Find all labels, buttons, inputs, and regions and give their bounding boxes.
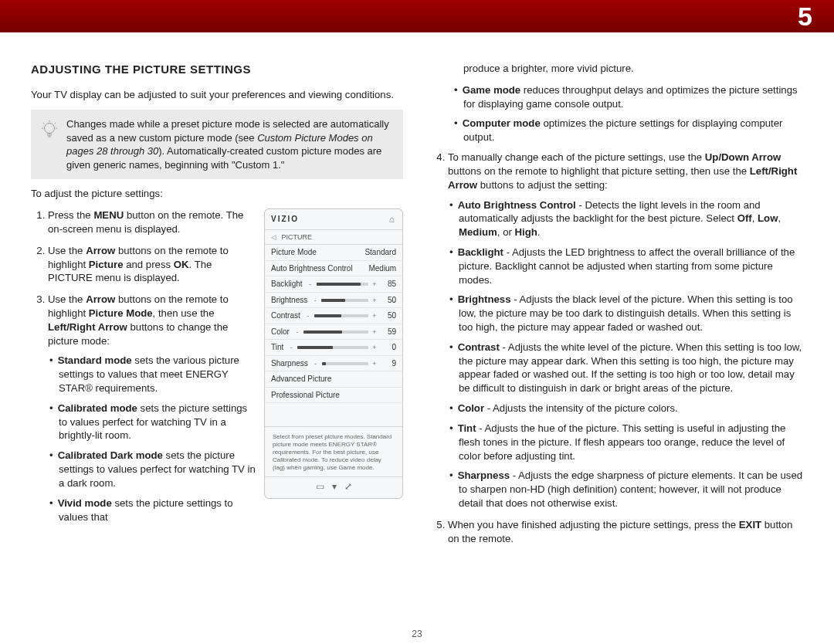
lightbulb-icon: [40, 119, 59, 171]
setting-contrast: Contrast - Adjusts the white level of th…: [459, 341, 803, 395]
setting-backlight: Backlight - Adjusts the LED brightness t…: [459, 246, 803, 286]
setting-sharpness: Sharpness - Adjusts the edge sharpness o…: [459, 469, 803, 510]
menu-row-professional: Professional Picture: [265, 388, 402, 404]
expand-icon: ⤢: [344, 480, 352, 493]
mode-vivid: Vivid mode sets the picture settings to …: [59, 497, 403, 524]
note-box: Changes made while a preset picture mode…: [31, 110, 403, 179]
page-number: 23: [0, 629, 834, 639]
chapter-header: 5: [0, 0, 834, 32]
note-text: Changes made while a preset picture mode…: [66, 117, 394, 171]
menu-row-backlight: Backlight -+ 85: [265, 276, 402, 293]
menu-breadcrumb: ◁ PICTURE: [265, 229, 402, 245]
page-body: ADJUSTING THE PICTURE SETTINGS Your TV d…: [0, 32, 834, 553]
mode-game: Game mode reduces throughput delays and …: [463, 83, 803, 111]
menu-footer-icons: ▭ ▾ ⤢: [265, 476, 402, 497]
menu-row-picture-mode: Picture Mode Standard: [265, 245, 402, 261]
svg-point-0: [45, 124, 55, 134]
left-column: ADJUSTING THE PICTURE SETTINGS Your TV d…: [31, 62, 403, 553]
home-icon: ⌂: [389, 213, 396, 225]
menu-row-auto-brightness: Auto Brightness Control Medium: [265, 261, 402, 277]
menu-brand: VIZIO: [271, 214, 299, 225]
menu-row-contrast: Contrast -+ 50: [265, 308, 402, 324]
intro-paragraph: Your TV display can be adjusted to suit …: [31, 88, 403, 102]
setting-color: Color - Adjusts the intensity of the pic…: [459, 402, 803, 415]
step-4: To manually change each of the picture s…: [448, 151, 803, 510]
menu-row-advanced: Advanced Picture: [265, 371, 402, 388]
setting-tint: Tint - Adjusts the hue of the picture. T…: [459, 422, 803, 463]
wide-icon: ▭: [316, 480, 324, 493]
lead-text: To adjust the picture settings:: [31, 187, 403, 201]
menu-row-brightness: Brightness -+ 50: [265, 293, 402, 309]
right-column: produce a brighter, more vivid picture. …: [431, 62, 803, 553]
mode-computer: Computer mode optimizes the picture sett…: [463, 117, 803, 144]
menu-row-tint: Tint -+ 0: [265, 340, 402, 356]
down-arrow-icon: ▾: [332, 480, 337, 493]
back-triangle-icon: ◁: [271, 233, 276, 241]
steps-list-cont: To manually change each of the picture s…: [431, 151, 803, 545]
setting-auto-brightness: Auto Brightness Control - Detects the li…: [459, 198, 803, 239]
setting-brightness: Brightness - Adjusts the black level of …: [459, 293, 803, 334]
menu-row-color: Color -+ 59: [265, 324, 402, 341]
vivid-continuation: produce a brighter, more vivid picture.: [431, 62, 803, 76]
menu-help-text: Select from preset picture modes. Standa…: [265, 426, 402, 476]
tv-menu-screenshot: VIZIO ⌂ ◁ PICTURE Picture Mode Standard …: [264, 208, 403, 499]
step-5: When you have finished adjusting the pic…: [448, 518, 803, 546]
menu-brand-row: VIZIO ⌂: [265, 209, 402, 229]
section-title: ADJUSTING THE PICTURE SETTINGS: [31, 62, 403, 77]
chapter-number: 5: [798, 2, 812, 32]
menu-row-sharpness: Sharpness -+ 9: [265, 356, 402, 372]
